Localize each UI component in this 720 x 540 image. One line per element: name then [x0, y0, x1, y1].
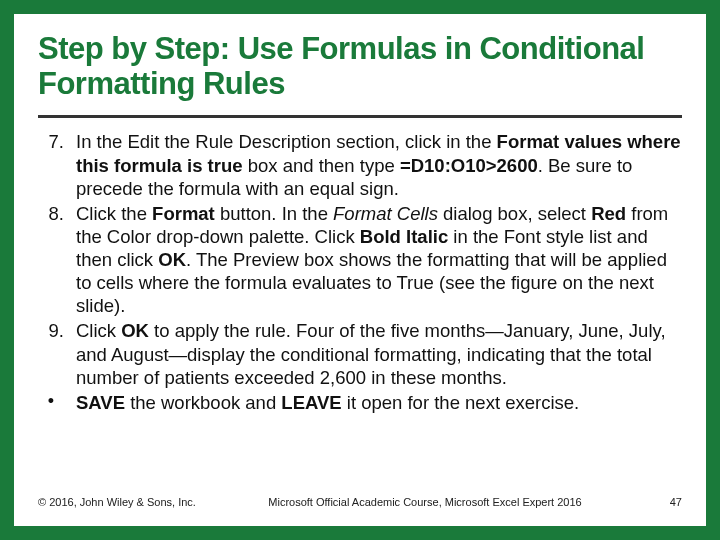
list-item: 9.Click OK to apply the rule. Four of th…: [38, 319, 682, 388]
list-item: •SAVE the workbook and LEAVE it open for…: [38, 391, 682, 414]
slide-body: 7.In the Edit the Rule Description secti…: [38, 130, 682, 492]
number-marker: 8.: [38, 202, 76, 318]
list-item-text: Click OK to apply the rule. Four of the …: [76, 319, 682, 388]
footer-page-number: 47: [632, 496, 682, 508]
slide: Step by Step: Use Formulas in Conditiona…: [14, 14, 706, 526]
list-item-text: SAVE the workbook and LEAVE it open for …: [76, 391, 682, 414]
bullet-marker: •: [38, 391, 76, 414]
list-item-text: In the Edit the Rule Description section…: [76, 130, 682, 199]
footer-copyright: © 2016, John Wiley & Sons, Inc.: [38, 496, 218, 508]
number-marker: 7.: [38, 130, 76, 199]
slide-footer: © 2016, John Wiley & Sons, Inc. Microsof…: [38, 492, 682, 516]
footer-course: Microsoft Official Academic Course, Micr…: [218, 496, 632, 508]
slide-title: Step by Step: Use Formulas in Conditiona…: [38, 32, 682, 109]
list-item: 8.Click the Format button. In the Format…: [38, 202, 682, 318]
number-marker: 9.: [38, 319, 76, 388]
list-item-text: Click the Format button. In the Format C…: [76, 202, 682, 318]
title-divider: [38, 115, 682, 118]
list-item: 7.In the Edit the Rule Description secti…: [38, 130, 682, 199]
